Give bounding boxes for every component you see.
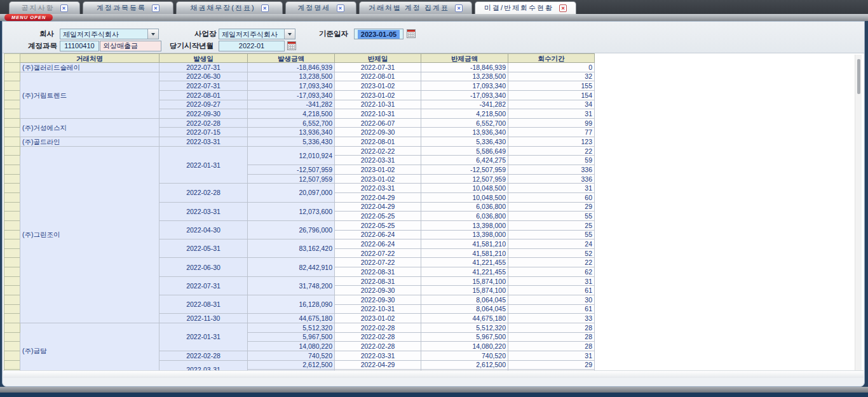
row-selector-cell[interactable] [4, 72, 20, 81]
occurrence-amount-cell[interactable]: 4,218,500 [248, 109, 335, 119]
vertical-scrollbar[interactable] [855, 55, 862, 370]
account-code-field[interactable]: 11100410 [60, 41, 99, 51]
collection-days-cell[interactable]: 34 [508, 100, 595, 109]
settlement-amount-cell[interactable]: 12,507,959 [421, 174, 508, 184]
settlement-date-cell[interactable]: 2022-06-07 [335, 118, 421, 128]
occurrence-date-cell[interactable]: 2022-06-30 [159, 72, 248, 81]
settlement-amount-cell[interactable]: 15,874,100 [421, 286, 508, 295]
table-row[interactable]: (주)갤러리드슬레이2022-07-31-18,846,9392022-07-3… [4, 63, 595, 72]
occurrence-amount-cell[interactable]: -18,846,939 [248, 63, 335, 72]
row-selector-cell[interactable] [4, 342, 20, 351]
collection-days-cell[interactable]: 52 [508, 248, 595, 258]
collection-days-cell[interactable]: 30 [508, 295, 595, 305]
row-selector-cell[interactable] [4, 286, 20, 295]
settlement-date-cell[interactable]: 2022-07-31 [335, 63, 421, 72]
occurrence-amount-cell[interactable]: 13,936,340 [248, 128, 335, 137]
collection-days-cell[interactable]: 28 [508, 332, 595, 342]
occurrence-date-cell[interactable]: 2022-04-30 [159, 220, 248, 239]
base-date-calendar-icon[interactable] [407, 29, 416, 38]
settlement-date-cell[interactable]: 2023-01-02 [335, 174, 421, 184]
row-selector-cell[interactable] [4, 165, 20, 175]
settlement-amount-cell[interactable]: 41,221,455 [421, 258, 508, 267]
row-selector-cell[interactable] [4, 109, 20, 119]
collection-days-cell[interactable]: 61 [508, 304, 595, 314]
settlement-date-cell[interactable]: 2022-10-31 [335, 109, 421, 119]
settlement-amount-cell[interactable]: 41,221,455 [421, 267, 508, 277]
settlement-amount-cell[interactable]: 13,936,340 [421, 128, 508, 137]
occurrence-date-cell[interactable]: 2022-09-27 [159, 100, 248, 109]
row-selector-cell[interactable] [4, 248, 20, 258]
settlement-amount-cell[interactable]: 5,967,500 [421, 332, 508, 342]
settlement-amount-cell[interactable]: 5,512,320 [421, 323, 508, 332]
row-selector-cell[interactable] [4, 220, 20, 230]
settlement-date-cell[interactable]: 2022-04-29 [335, 192, 421, 202]
occurrence-amount-cell[interactable]: 20,097,000 [248, 184, 335, 202]
occurrence-amount-cell[interactable]: 16,128,090 [248, 295, 335, 314]
occurrence-date-cell[interactable]: 2022-08-01 [159, 90, 248, 100]
customer-name-cell[interactable]: (주)거림트렌드 [20, 72, 159, 118]
row-selector-cell[interactable] [4, 239, 20, 249]
row-selector-cell[interactable] [4, 276, 20, 286]
customer-name-cell[interactable]: (주)거성에스지 [20, 118, 159, 137]
settlement-date-cell[interactable]: 2022-05-25 [335, 220, 421, 230]
occurrence-amount-cell[interactable]: 82,442,910 [248, 258, 335, 276]
occurrence-date-cell[interactable]: 2022-06-30 [159, 258, 248, 276]
period-calendar-icon[interactable] [287, 41, 296, 50]
settlement-amount-cell[interactable]: 2,612,500 [421, 360, 508, 370]
collection-days-cell[interactable]: 155 [508, 81, 595, 91]
occurrence-amount-cell[interactable]: 5,967,500 [248, 332, 335, 342]
occurrence-amount-cell[interactable]: 17,093,340 [248, 81, 335, 91]
account-name-field[interactable]: 외상매출금 [100, 41, 161, 51]
row-selector-cell[interactable] [4, 192, 20, 202]
period-start-field[interactable]: 2022-01 [219, 41, 285, 51]
collection-days-cell[interactable]: 62 [508, 267, 595, 277]
occurrence-amount-cell[interactable]: 6,552,700 [248, 118, 335, 128]
settlement-date-cell[interactable]: 2022-10-31 [335, 100, 421, 109]
occurrence-date-cell[interactable]: 2022-05-31 [159, 239, 248, 258]
occurrence-date-cell[interactable]: 2022-03-31 [159, 137, 248, 147]
occurrence-date-cell[interactable]: 2022-02-28 [159, 351, 248, 360]
settlement-amount-cell[interactable]: 13,398,000 [421, 220, 508, 230]
settlement-date-cell[interactable]: 2022-02-28 [335, 342, 421, 351]
settlement-date-cell[interactable]: 2023-01-02 [335, 81, 421, 91]
site-dropdown-icon[interactable] [284, 29, 295, 39]
occurrence-amount-cell[interactable]: 12,073,600 [248, 202, 335, 220]
occurrence-date-cell[interactable]: 2022-01-31 [159, 323, 248, 351]
occurrence-amount-cell[interactable]: 14,080,220 [248, 342, 335, 351]
settlement-amount-cell[interactable]: 41,581,210 [421, 248, 508, 258]
settlement-amount-cell[interactable]: -17,093,340 [421, 90, 508, 100]
collection-days-cell[interactable]: 154 [508, 90, 595, 100]
settlement-amount-cell[interactable]: -18,846,939 [421, 63, 508, 72]
settlement-date-cell[interactable]: 2022-04-29 [335, 360, 421, 370]
collection-days-cell[interactable]: 32 [508, 72, 595, 81]
settlement-date-cell[interactable]: 2022-02-28 [335, 332, 421, 342]
table-row[interactable]: (주)골드라인2022-03-315,336,4302022-08-015,33… [4, 137, 595, 147]
settlement-amount-cell[interactable]: 6,552,700 [421, 118, 508, 128]
collection-days-cell[interactable]: 0 [508, 63, 595, 72]
settlement-amount-cell[interactable]: 17,093,340 [421, 81, 508, 91]
tab-close-icon[interactable]: × [559, 4, 567, 12]
collection-days-cell[interactable]: 123 [508, 137, 595, 147]
collection-days-cell[interactable]: 29 [508, 202, 595, 212]
occurrence-date-cell[interactable]: 2022-02-28 [159, 118, 248, 128]
settlement-amount-cell[interactable]: 15,874,100 [421, 276, 508, 286]
occurrence-amount-cell[interactable]: 740,520 [248, 351, 335, 360]
settlement-date-cell[interactable]: 2022-03-31 [335, 156, 421, 165]
collection-days-cell[interactable]: 77 [508, 128, 595, 137]
collection-days-cell[interactable]: 31 [508, 109, 595, 119]
settlement-amount-cell[interactable]: 8,064,045 [421, 295, 508, 305]
vertical-scrollbar-thumb[interactable] [857, 59, 860, 94]
occurrence-date-cell[interactable]: 2022-03-31 [159, 202, 248, 220]
row-selector-cell[interactable] [4, 137, 20, 147]
row-selector-cell[interactable] [4, 304, 20, 314]
table-row[interactable]: (주)거림트렌드2022-06-3013,238,5002022-08-0113… [4, 72, 595, 81]
occurrence-amount-cell[interactable]: 5,512,320 [248, 323, 335, 332]
tab-close-icon[interactable]: × [337, 4, 344, 12]
occurrence-date-cell[interactable]: 2022-01-31 [159, 146, 248, 184]
occurrence-date-cell[interactable]: 2022-07-31 [159, 63, 248, 72]
settlement-date-cell[interactable]: 2022-08-01 [335, 137, 421, 147]
settlement-amount-cell[interactable]: 14,080,220 [421, 342, 508, 351]
occurrence-amount-cell[interactable]: 26,796,000 [248, 220, 335, 239]
settlement-date-cell[interactable]: 2022-02-28 [335, 323, 421, 332]
settlement-amount-cell[interactable]: 5,336,430 [421, 137, 508, 147]
